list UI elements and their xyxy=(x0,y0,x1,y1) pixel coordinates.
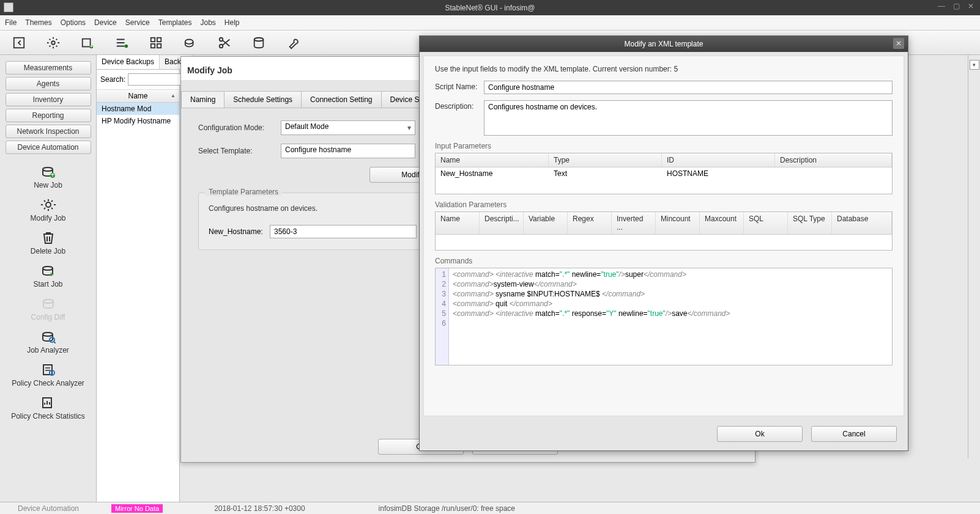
select-template-input[interactable]: Configure hostname xyxy=(281,144,415,158)
toolbar-icon-4[interactable] xyxy=(115,36,128,50)
wrench-icon[interactable] xyxy=(286,36,300,50)
nav-measurements[interactable]: Measurements xyxy=(6,61,91,75)
status-bar: Device Automation Mirror No Data 2018-01… xyxy=(0,502,980,514)
action-new-job[interactable]: + New Job xyxy=(34,165,62,189)
action-label: Policy Check Analyzer xyxy=(12,379,84,387)
table-header[interactable]: Regex xyxy=(568,212,612,234)
tab-schedule-settings[interactable]: Schedule Settings xyxy=(224,91,302,108)
commands-title: Commands xyxy=(435,257,893,265)
nav-network-inspection[interactable]: Network Inspection xyxy=(6,125,91,138)
xml-cancel-button[interactable]: Cancel xyxy=(811,426,897,442)
tab-connection-setting[interactable]: Connection Setting xyxy=(301,91,381,108)
app-icon xyxy=(4,2,13,12)
status-desc: infosimDB Storage /run/user/0: free spac… xyxy=(379,504,515,513)
config-mode-select[interactable]: Default Mode xyxy=(281,120,415,135)
action-delete-job[interactable]: Delete Job xyxy=(31,231,65,255)
search-label: Search: xyxy=(100,75,125,84)
gear-icon[interactable] xyxy=(46,36,60,50)
action-policy-check-statistics[interactable]: Policy Check Statistics xyxy=(11,396,85,420)
menu-jobs[interactable]: Jobs xyxy=(200,18,215,27)
table-header[interactable]: SQL Type xyxy=(788,212,832,234)
new-hostname-label: New_Hostname: xyxy=(209,227,270,236)
code-lines[interactable]: <command> <interactive match=".*" newlin… xyxy=(449,268,734,365)
new-hostname-input[interactable] xyxy=(270,225,417,238)
status-left-label: Device Automation xyxy=(0,504,97,513)
toolbar-icon-6[interactable] xyxy=(184,36,197,50)
table-header[interactable]: Inverted ... xyxy=(612,212,656,234)
table-header[interactable]: SQL xyxy=(744,212,788,234)
nav-device-automation[interactable]: Device Automation xyxy=(6,141,91,154)
menu-device[interactable]: Device xyxy=(94,18,117,27)
scissors-icon[interactable] xyxy=(218,36,231,50)
action-start-job[interactable]: Start Job xyxy=(33,264,62,288)
menu-service[interactable]: Service xyxy=(125,18,150,27)
xml-ok-button[interactable]: Ok xyxy=(717,426,803,442)
menu-templates[interactable]: Templates xyxy=(158,18,192,27)
nav-reporting[interactable]: Reporting xyxy=(6,109,91,122)
toolbar-icon-5[interactable] xyxy=(149,36,163,50)
action-label: Policy Check Statistics xyxy=(11,412,85,420)
menubar: File Themes Options Device Service Templ… xyxy=(0,15,980,31)
table-header[interactable]: ID xyxy=(662,153,775,167)
column-header-name[interactable]: Name xyxy=(97,90,179,103)
menu-themes[interactable]: Themes xyxy=(25,18,51,27)
svg-point-20 xyxy=(43,332,53,336)
svg-rect-22 xyxy=(43,365,52,375)
table-header[interactable]: Name xyxy=(436,212,480,234)
svg-point-1 xyxy=(51,41,55,45)
status-time: 2018-01-12 18:57:30 +0300 xyxy=(214,504,305,513)
template-parameters-title: Template Parameters xyxy=(205,188,282,196)
table-header[interactable]: Database xyxy=(832,212,892,234)
commands-editor[interactable]: 123456 <command> <interactive match=".*"… xyxy=(435,268,893,365)
right-scrollbar-panel: ▾ xyxy=(968,55,980,458)
maximize-button[interactable]: ▢ xyxy=(949,0,963,12)
dropdown-toggle-icon[interactable]: ▾ xyxy=(970,60,979,70)
table-header[interactable]: Type xyxy=(549,153,662,167)
minimize-button[interactable]: — xyxy=(935,0,948,12)
tab-naming[interactable]: Naming xyxy=(181,91,225,108)
table-header[interactable]: Variable xyxy=(524,212,568,234)
xml-dialog-titlebar: Modify an XML template ✕ xyxy=(420,36,908,52)
nav-inventory[interactable]: Inventory xyxy=(6,93,91,106)
toolbar-icon-3[interactable]: + xyxy=(81,36,94,50)
list-item[interactable]: Hostname Mod xyxy=(97,103,179,115)
svg-text:+: + xyxy=(89,42,93,50)
close-button[interactable]: ✕ xyxy=(964,0,978,12)
table-header[interactable]: Maxcount xyxy=(700,212,744,234)
svg-rect-9 xyxy=(157,43,161,47)
table-header[interactable]: Descripti... xyxy=(480,212,524,234)
script-name-label: Script Name: xyxy=(435,81,484,94)
action-label: Modify Job xyxy=(30,214,65,222)
tab-device-backups[interactable]: Device Backups xyxy=(97,55,160,69)
action-config-diff[interactable]: Config Diff xyxy=(31,297,65,321)
action-policy-check-analyzer[interactable]: Policy Check Analyzer xyxy=(12,363,84,387)
action-modify-job[interactable]: Modify Job xyxy=(30,198,65,222)
svg-rect-7 xyxy=(157,37,161,41)
menu-file[interactable]: File xyxy=(5,18,17,27)
window-title: StableNet® GUI - infosim@ xyxy=(445,4,535,12)
table-row[interactable]: New_Hostname Text HOSTNAME xyxy=(436,167,892,180)
job-list-panel: Device Backups Back... Search: Name Host… xyxy=(97,55,180,502)
script-name-input[interactable] xyxy=(484,81,893,94)
svg-rect-8 xyxy=(151,43,155,47)
table-header[interactable]: Description xyxy=(775,153,892,167)
toolbar-icon-1[interactable] xyxy=(12,36,26,50)
config-mode-label: Configuration Mode: xyxy=(198,123,281,132)
validation-parameters-title: Validation Parameters xyxy=(435,200,893,209)
nav-agents[interactable]: Agents xyxy=(6,77,91,90)
description-textarea[interactable]: Configures hostname on devices. xyxy=(484,100,893,136)
menu-help[interactable]: Help xyxy=(225,18,240,27)
xml-dialog-close-icon[interactable]: ✕ xyxy=(893,38,904,49)
svg-point-13 xyxy=(254,37,264,41)
action-job-analyzer[interactable]: Job Analyzer xyxy=(27,330,69,354)
menu-options[interactable]: Options xyxy=(61,18,86,27)
table-header[interactable]: Name xyxy=(436,153,549,167)
database-icon[interactable] xyxy=(252,36,265,50)
table-header[interactable]: Mincount xyxy=(656,212,700,234)
action-label: Config Diff xyxy=(31,313,65,321)
svg-point-19 xyxy=(43,299,53,303)
list-item[interactable]: HP Modify Hostname xyxy=(97,115,179,127)
validation-parameters-table: Name Descripti... Variable Regex Inverte… xyxy=(435,211,893,251)
status-alarm-badge[interactable]: Mirror No Data xyxy=(111,504,163,513)
action-label: New Job xyxy=(34,181,62,189)
